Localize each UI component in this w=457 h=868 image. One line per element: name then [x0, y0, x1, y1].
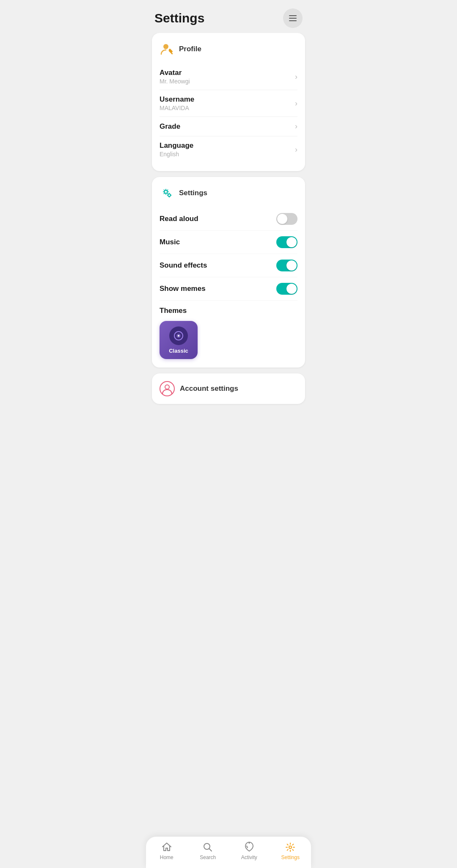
username-chevron: ›	[295, 99, 297, 108]
themes-section: Themes Classic	[160, 307, 297, 359]
username-title: Username	[160, 95, 194, 104]
scroll-content: Profile Avatar Mr. Meowgi › Username MAL…	[146, 33, 311, 446]
avatar-subtitle: Mr. Meowgi	[160, 78, 190, 85]
hamburger-icon	[289, 15, 297, 21]
read-aloud-toggle[interactable]	[276, 213, 297, 225]
grade-title: Grade	[160, 122, 180, 131]
grade-item[interactable]: Grade ›	[160, 117, 297, 136]
language-item[interactable]: Language English ›	[160, 136, 297, 163]
svg-point-3	[168, 194, 171, 196]
classic-theme-card[interactable]: Classic	[160, 321, 198, 359]
sound-effects-knob	[286, 260, 297, 271]
avatar-chevron: ›	[295, 72, 297, 81]
username-subtitle: MALAVIDA	[160, 105, 194, 111]
account-settings-card[interactable]: Account settings	[152, 373, 305, 404]
language-chevron: ›	[295, 145, 297, 154]
show-memes-row: Show memes	[160, 277, 297, 301]
sound-effects-row: Sound effects	[160, 254, 297, 277]
settings-gears-icon	[160, 185, 175, 201]
language-subtitle: English	[160, 151, 193, 158]
svg-point-0	[163, 44, 168, 49]
show-memes-toggle[interactable]	[276, 283, 297, 295]
profile-edit-icon	[160, 41, 175, 57]
svg-point-8	[165, 385, 169, 389]
settings-card: Settings Read aloud Music Sound effects	[152, 177, 305, 368]
header: Settings	[146, 0, 311, 33]
account-icon	[160, 381, 175, 396]
classic-theme-label: Classic	[169, 348, 188, 354]
read-aloud-label: Read aloud	[160, 215, 198, 223]
avatar-item[interactable]: Avatar Mr. Meowgi ›	[160, 64, 297, 90]
profile-card: Profile Avatar Mr. Meowgi › Username MAL…	[152, 33, 305, 171]
themes-label: Themes	[160, 307, 297, 315]
music-knob	[286, 237, 297, 247]
music-row: Music	[160, 231, 297, 254]
settings-section-header: Settings	[160, 185, 297, 201]
classic-theme-icon	[169, 326, 188, 345]
read-aloud-row: Read aloud	[160, 207, 297, 231]
language-title: Language	[160, 141, 193, 150]
show-memes-label: Show memes	[160, 285, 206, 293]
settings-section-label: Settings	[179, 189, 207, 197]
sound-effects-label: Sound effects	[160, 261, 207, 270]
page-title: Settings	[154, 11, 204, 25]
account-settings-label: Account settings	[180, 384, 238, 393]
show-memes-knob	[286, 284, 297, 294]
sound-effects-toggle[interactable]	[276, 260, 297, 271]
music-toggle[interactable]	[276, 236, 297, 248]
avatar-title: Avatar	[160, 69, 190, 77]
music-label: Music	[160, 238, 180, 246]
profile-section-header: Profile	[160, 41, 297, 57]
menu-button[interactable]	[283, 8, 303, 28]
profile-section-label: Profile	[179, 45, 201, 53]
read-aloud-knob	[277, 214, 287, 224]
grade-chevron: ›	[295, 122, 297, 131]
svg-point-6	[178, 335, 179, 337]
username-item[interactable]: Username MALAVIDA ›	[160, 90, 297, 117]
